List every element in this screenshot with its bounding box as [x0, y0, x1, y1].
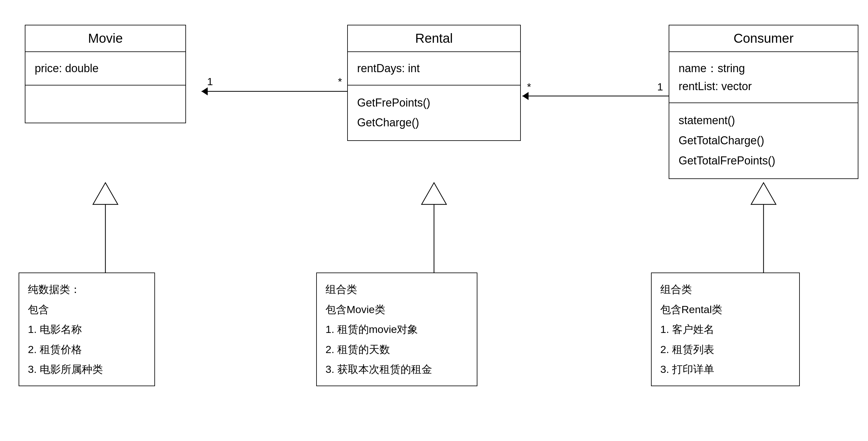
note-movie-line-0: 纯数据类：: [28, 279, 146, 300]
rental-attr-0: rentDays: int: [357, 60, 511, 77]
note-rental-line-3: 2. 租赁的天数: [326, 339, 468, 360]
movie-attr-0: price: double: [35, 60, 176, 77]
movie-class: Movie price: double: [25, 25, 186, 123]
svg-text:1: 1: [657, 81, 663, 93]
note-rental-line-4: 3. 获取本次租赁的租金: [326, 359, 468, 379]
movie-class-methods: [25, 86, 185, 123]
svg-marker-9: [93, 183, 118, 204]
note-consumer-line-4: 3. 打印详单: [660, 359, 790, 379]
note-movie-line-1: 包含: [28, 300, 146, 319]
svg-text:*: *: [338, 75, 342, 87]
consumer-class-attributes: name：string rentList: vector: [669, 52, 858, 103]
svg-marker-12: [422, 183, 446, 204]
note-consumer-line-3: 2. 租赁列表: [660, 339, 790, 360]
movie-class-attributes: price: double: [25, 52, 185, 86]
svg-marker-15: [751, 183, 776, 204]
note-rental-line-0: 组合类: [326, 279, 468, 300]
rental-method-1: GetCharge(): [357, 113, 511, 133]
diagram-container: Movie price: double Rental rentDays: int…: [0, 0, 868, 441]
rental-class: Rental rentDays: int GetFrePoints() GetC…: [347, 25, 521, 141]
consumer-attr-0: name：string: [679, 60, 848, 77]
rental-class-attributes: rentDays: int: [348, 52, 520, 86]
rental-class-methods: GetFrePoints() GetCharge(): [348, 86, 520, 141]
consumer-method-2: GetTotalFrePoints(): [679, 151, 848, 171]
note-movie-line-3: 2. 租赁价格: [28, 339, 146, 360]
consumer-class-name: Consumer: [669, 25, 858, 52]
rental-method-0: GetFrePoints(): [357, 93, 511, 113]
note-movie-line-4: 3. 电影所属种类: [28, 359, 146, 379]
note-consumer-line-2: 1. 客户姓名: [660, 319, 790, 339]
note-rental-line-2: 1. 租赁的movie对象: [326, 319, 468, 339]
consumer-method-0: statement(): [679, 110, 848, 131]
note-movie: 纯数据类： 包含 1. 电影名称 2. 租赁价格 3. 电影所属种类: [19, 273, 155, 386]
svg-marker-5: [522, 92, 529, 100]
note-movie-line-2: 1. 电影名称: [28, 319, 146, 339]
consumer-class: Consumer name：string rentList: vector st…: [669, 25, 858, 179]
consumer-class-methods: statement() GetTotalCharge() GetTotalFre…: [669, 103, 858, 178]
consumer-method-1: GetTotalCharge(): [679, 131, 848, 151]
note-consumer: 组合类 包含Rental类 1. 客户姓名 2. 租赁列表 3. 打印详单: [651, 273, 800, 386]
note-consumer-line-0: 组合类: [660, 279, 790, 300]
svg-text:1: 1: [207, 75, 213, 87]
note-rental-line-1: 包含Movie类: [326, 300, 468, 319]
movie-class-name: Movie: [25, 25, 185, 52]
note-consumer-line-1: 包含Rental类: [660, 300, 790, 319]
rental-class-name: Rental: [348, 25, 520, 52]
note-rental: 组合类 包含Movie类 1. 租赁的movie对象 2. 租赁的天数 3. 获…: [316, 273, 477, 386]
svg-text:*: *: [527, 81, 531, 93]
consumer-attr-1: rentList: vector: [679, 77, 848, 95]
svg-marker-1: [202, 87, 208, 95]
